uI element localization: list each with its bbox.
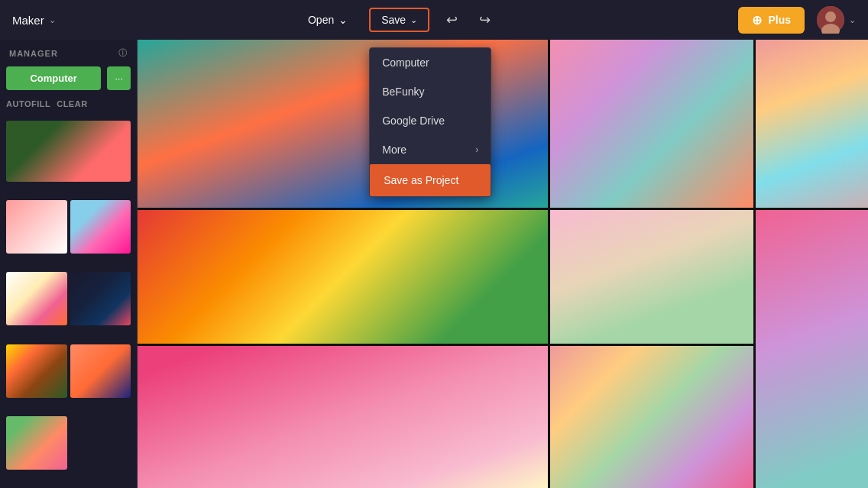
save-label: Save: [381, 14, 406, 26]
thumbnail-7[interactable]: [70, 344, 131, 398]
manager-buttons: Computer ···: [0, 66, 137, 98]
computer-upload-button[interactable]: Computer: [6, 66, 101, 90]
save-to-befunky-item[interactable]: BeFunky: [370, 77, 491, 106]
maker-chevron-icon: ⌄: [49, 15, 56, 25]
thumbnail-2[interactable]: [6, 200, 67, 254]
clear-button[interactable]: CLEAR: [57, 98, 87, 110]
collage-cell-9[interactable]: [756, 210, 868, 488]
plus-icon: ⊕: [752, 13, 762, 27]
undo-button[interactable]: ↩: [442, 8, 462, 31]
thumbnail-3[interactable]: [70, 200, 131, 254]
thumbnail-8[interactable]: [6, 416, 67, 470]
save-to-computer-item[interactable]: Computer: [370, 48, 491, 77]
manager-header: MANAGER ⓘ: [0, 40, 137, 66]
collage-grid: [138, 40, 868, 488]
save-as-project-label: Save as Project: [384, 174, 458, 186]
collage-cell-8[interactable]: [550, 346, 753, 488]
save-computer-label: Computer: [382, 57, 429, 69]
plus-label: Plus: [768, 14, 791, 26]
sidebar: MANAGER ⓘ Computer ··· AUTOFILL CLEAR: [0, 40, 138, 488]
open-button[interactable]: Open ⌄: [299, 9, 357, 31]
info-icon[interactable]: ⓘ: [118, 47, 128, 59]
collage-cell-4[interactable]: [138, 210, 548, 344]
save-more-label: More: [382, 144, 406, 156]
save-dropdown: Computer BeFunky Google Drive More › Sav…: [369, 47, 491, 197]
thumbnail-4[interactable]: [6, 272, 67, 325]
svg-point-1: [825, 11, 836, 22]
collage-cell-2[interactable]: [550, 40, 753, 208]
collage-cell-7[interactable]: [138, 346, 548, 488]
thumbnail-6[interactable]: [6, 344, 67, 398]
maker-button[interactable]: Maker ⌄: [12, 14, 56, 27]
save-befunky-label: BeFunky: [382, 86, 424, 98]
topbar: Maker ⌄ Open ⌄ Save ⌄ Computer BeFunky G…: [0, 0, 868, 40]
more-chevron-icon: ›: [475, 144, 478, 155]
canvas-area: [138, 40, 868, 488]
save-to-google-drive-item[interactable]: Google Drive: [370, 106, 491, 135]
maker-label: Maker: [12, 14, 44, 27]
open-label: Open: [308, 14, 334, 26]
avatar-chevron-icon: ⌄: [849, 15, 856, 25]
redo-button[interactable]: ↪: [474, 8, 495, 31]
thumbnail-5[interactable]: [70, 272, 131, 325]
save-button[interactable]: Save ⌄: [369, 8, 429, 32]
thumbnail-1[interactable]: [6, 121, 131, 182]
save-as-project-item[interactable]: Save as Project: [370, 164, 491, 196]
save-chevron-icon: ⌄: [410, 15, 417, 25]
more-upload-button[interactable]: ···: [107, 66, 131, 90]
autofill-button[interactable]: AUTOFILL: [6, 98, 50, 110]
manager-title: MANAGER: [9, 49, 58, 58]
collage-cell-5[interactable]: [550, 210, 753, 344]
open-chevron-icon: ⌄: [338, 14, 348, 26]
autofill-row: AUTOFILL CLEAR: [0, 98, 137, 118]
plus-upgrade-button[interactable]: ⊕ Plus: [738, 7, 805, 34]
save-more-item[interactable]: More ›: [370, 135, 491, 164]
collage-cell-3[interactable]: [756, 40, 868, 208]
save-container: Save ⌄ Computer BeFunky Google Drive Mor…: [369, 8, 429, 32]
avatar[interactable]: [817, 6, 844, 34]
save-google-drive-label: Google Drive: [382, 115, 445, 127]
avatar-icon: [817, 6, 844, 34]
thumbnail-grid: [0, 118, 137, 488]
